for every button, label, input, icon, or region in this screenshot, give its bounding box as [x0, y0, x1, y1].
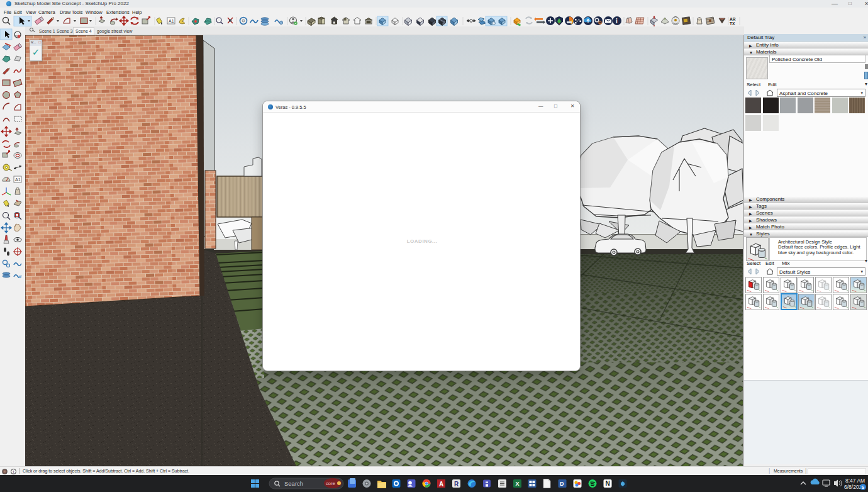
svg-text:D: D [560, 481, 564, 487]
svg-text:TX: TX [730, 21, 735, 26]
svg-text:R: R [454, 481, 459, 488]
svg-text:A1: A1 [169, 19, 174, 23]
svg-text:8:47 AM: 8:47 AM [845, 478, 865, 484]
svg-text:AR: AR [730, 17, 736, 21]
svg-text:core: core [326, 481, 335, 486]
svg-text:S: S [862, 485, 865, 489]
svg-text:Search: Search [284, 480, 303, 487]
svg-text:X: X [516, 481, 520, 487]
svg-text:A: A [439, 481, 443, 488]
svg-text:i: i [616, 18, 618, 25]
svg-text:N: N [606, 480, 610, 487]
svg-text:A1: A1 [15, 177, 21, 182]
